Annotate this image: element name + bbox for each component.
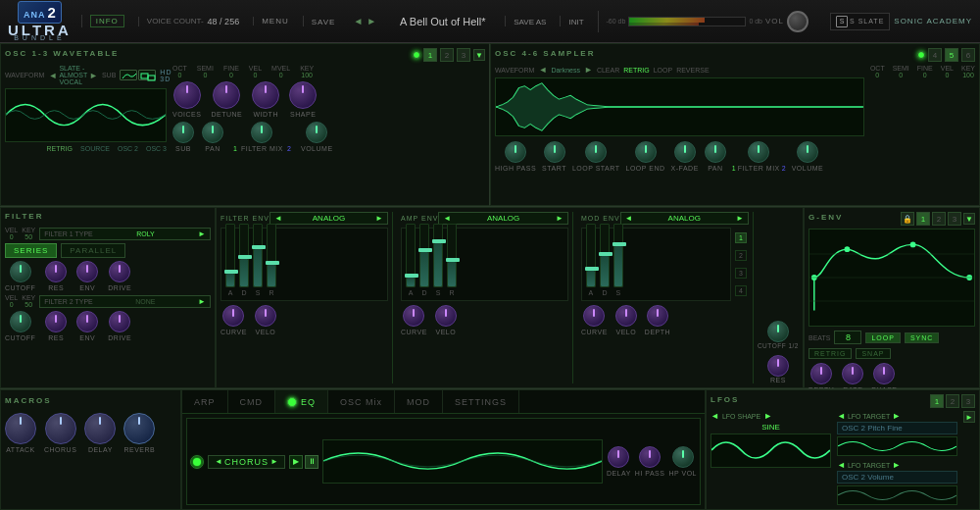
fx-tab-cmd[interactable]: CMD: [228, 390, 276, 413]
amp-env-velo-ctrl[interactable]: [435, 305, 457, 327]
volume-knob[interactable]: [306, 122, 327, 143]
genv-expand[interactable]: ▼: [963, 213, 975, 225]
filter-mix-knob[interactable]: [251, 122, 272, 143]
lfos-tab-3[interactable]: 3: [961, 394, 975, 408]
start-knob-ctrl[interactable]: [544, 141, 565, 163]
genv-lock[interactable]: 🔒: [901, 212, 914, 226]
lfo-t2-next[interactable]: ►: [892, 460, 901, 470]
lfo-t1-prev[interactable]: ◄: [837, 411, 846, 421]
fx-tab-eq[interactable]: EQ: [275, 390, 328, 413]
prev-button[interactable]: ◄: [353, 16, 363, 26]
amp-env-curve-ctrl[interactable]: [403, 305, 424, 327]
retrig-btn[interactable]: RETRIG: [808, 348, 852, 359]
chorus-power[interactable]: [190, 455, 204, 469]
amp-env-r-track[interactable]: [447, 224, 457, 287]
filter-env-curve-ctrl[interactable]: [222, 305, 244, 327]
mod-env-num1[interactable]: 1: [735, 232, 747, 243]
mod-env-next[interactable]: ►: [736, 214, 744, 223]
delay-knob[interactable]: [84, 413, 116, 444]
lfos-tab-2[interactable]: 2: [946, 394, 959, 408]
drive2-knob[interactable]: [109, 311, 130, 332]
lfo-t2-prev[interactable]: ◄: [837, 460, 846, 470]
osc46-tab-4[interactable]: 4: [928, 48, 942, 62]
info-button[interactable]: INFO: [90, 15, 124, 27]
lfo-t1-next[interactable]: ►: [892, 411, 901, 421]
next-button[interactable]: ►: [367, 16, 376, 26]
fx-tab-settings[interactable]: SETTINGS: [443, 390, 519, 413]
lfo-shape-next[interactable]: ►: [763, 411, 772, 421]
amp-env-d-track[interactable]: [419, 224, 429, 287]
clear-button[interactable]: CLEAR: [597, 67, 619, 74]
attack-knob[interactable]: [5, 413, 36, 444]
osc13-expand[interactable]: ▼: [473, 49, 485, 61]
osc46-next[interactable]: ►: [584, 65, 593, 75]
vol-knob[interactable]: [787, 11, 808, 32]
mod-env-prev[interactable]: ◄: [625, 214, 633, 223]
filter-env-r-track[interactable]: [267, 224, 276, 287]
amp-env-prev[interactable]: ◄: [443, 214, 451, 223]
genv-tab-2[interactable]: 2: [932, 212, 946, 226]
lfo-shape-prev[interactable]: ◄: [710, 411, 719, 421]
hpvol-knob-fx[interactable]: [672, 446, 694, 468]
mod-env-a-track[interactable]: [586, 224, 596, 287]
snap-btn[interactable]: SNAP: [856, 348, 890, 359]
chorus-knob[interactable]: [45, 413, 76, 444]
osc46-vol-knob-ctrl[interactable]: [797, 141, 818, 163]
eq-power-led[interactable]: [287, 397, 297, 407]
osc13-tab-3[interactable]: 3: [457, 48, 470, 62]
osc13-tab-2[interactable]: 2: [440, 48, 454, 62]
chorus-play[interactable]: ▶: [289, 455, 303, 469]
env-knob[interactable]: [76, 261, 98, 282]
loop-btn[interactable]: LOOP: [865, 332, 900, 343]
xfade-knob-ctrl[interactable]: [674, 141, 696, 163]
init-button[interactable]: INIT: [568, 18, 583, 26]
osc46-tab-5[interactable]: 5: [945, 48, 958, 62]
filter2-type-select[interactable]: FILTER 2 TYPE NONE ►: [39, 295, 211, 308]
mod-env-depth-ctrl[interactable]: [647, 305, 668, 327]
mod-env-d-track[interactable]: [600, 224, 610, 287]
filter-env-type-next[interactable]: ►: [375, 214, 383, 223]
mod-env-num2[interactable]: 2: [735, 250, 747, 261]
waveform-next[interactable]: ►: [89, 71, 98, 80]
loop-end-knob-ctrl[interactable]: [635, 141, 657, 163]
waveform-prev[interactable]: ◄: [48, 71, 57, 80]
osc13-power-led[interactable]: [413, 51, 420, 59]
chorus-selector[interactable]: ◄ CHORUS ►: [208, 455, 285, 469]
voices-knob[interactable]: [173, 81, 201, 109]
amp-env-next[interactable]: ►: [556, 214, 564, 223]
init-section[interactable]: INIT: [560, 16, 591, 26]
pan-knob[interactable]: [202, 122, 223, 143]
save-section[interactable]: SAVE: [303, 16, 344, 26]
fx-tab-oscmix[interactable]: OSC Mix: [328, 390, 395, 413]
mod-env-type[interactable]: ◄ ANALOG ►: [620, 212, 749, 225]
filter1-type-select[interactable]: FILTER 1 TYPE ROLY ►: [39, 228, 211, 240]
cutoff2-knob[interactable]: [10, 311, 31, 332]
chorus-next-btn[interactable]: ►: [270, 457, 278, 466]
cutoff-half-knob[interactable]: [767, 321, 789, 342]
menu-section[interactable]: MENU: [253, 17, 297, 26]
fx-tab-mod[interactable]: MOD: [395, 390, 443, 413]
loop-start-knob-ctrl[interactable]: [585, 141, 607, 163]
filter-env-a-track[interactable]: [225, 224, 235, 287]
sub-wave-1[interactable]: [120, 70, 137, 80]
cutoff-knob[interactable]: [10, 261, 31, 282]
drive-knob[interactable]: [109, 261, 130, 282]
amp-env-type[interactable]: ◄ ANALOG ►: [438, 212, 568, 225]
lfos-tab-1[interactable]: 1: [930, 394, 944, 408]
sub-wave-2[interactable]: [138, 70, 156, 80]
osc46-filter-knob-ctrl[interactable]: [748, 141, 769, 163]
env2-knob[interactable]: [76, 311, 98, 332]
delay-knob-fx[interactable]: [608, 446, 629, 468]
amp-env-a-track[interactable]: [406, 224, 416, 287]
filter-env-s-track[interactable]: [253, 224, 263, 287]
lfo-target-1-value[interactable]: OSC 2 Pitch Fine: [837, 422, 957, 434]
save-as-button[interactable]: SAVE AS: [514, 18, 546, 26]
osc13-tab-1[interactable]: 1: [423, 48, 437, 62]
sync-btn[interactable]: SYNC: [905, 332, 939, 343]
genv-tab-3[interactable]: 3: [948, 212, 961, 226]
res-knob[interactable]: [45, 261, 67, 282]
parallel-btn[interactable]: PARALLEL: [61, 243, 125, 258]
res3-knob[interactable]: [767, 355, 789, 377]
genv-tab-1[interactable]: 1: [916, 212, 930, 226]
res2-knob[interactable]: [45, 311, 67, 332]
